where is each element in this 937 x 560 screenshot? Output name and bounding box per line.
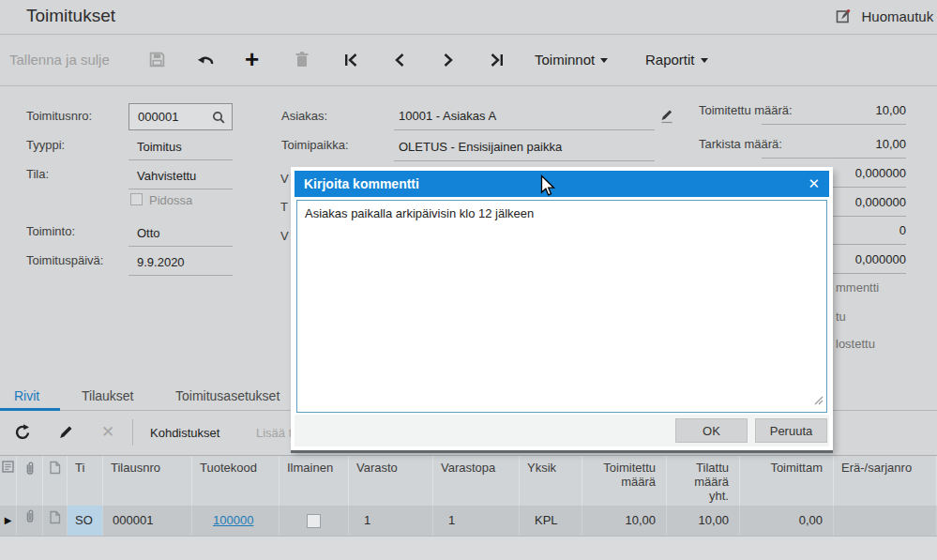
cell-toimitettu-maara[interactable]: 10,00	[582, 506, 667, 536]
cell-varastopaikka[interactable]: 1	[433, 506, 520, 536]
column-header-era-sarjanro[interactable]: Erä-/sarjanro	[834, 456, 937, 506]
undo-button[interactable]	[196, 53, 216, 71]
clipped-label-tu: tu	[836, 310, 846, 324]
cell-varasto[interactable]: 1	[349, 506, 433, 536]
add-order-button[interactable]: Lisää ti	[256, 426, 295, 440]
grid-empty-area	[0, 537, 937, 560]
main-toolbar: Tallenna ja sulje + Toiminnot Raportit	[0, 36, 937, 86]
type-value[interactable]: Toimitus	[137, 140, 182, 154]
hold-checkbox[interactable]	[130, 193, 143, 205]
row-doc-cell[interactable]	[43, 506, 68, 536]
row-selector-cell: ▶	[0, 506, 17, 536]
edit-customer-button[interactable]	[659, 108, 674, 128]
last-record-button[interactable]	[489, 53, 505, 71]
chevron-right-icon	[442, 54, 455, 70]
allocations-button[interactable]: Kohdistukset	[150, 426, 219, 440]
row-files-cell[interactable]	[17, 506, 43, 536]
column-header-varasto[interactable]: Varasto	[349, 456, 433, 506]
free-item-checkbox[interactable]	[307, 514, 321, 528]
cell-ilmainen	[280, 506, 349, 536]
shipments-screen: Toimitukset Huomautuk Tallenna ja sulje …	[0, 0, 937, 560]
shipment-date-value[interactable]: 9.9.2020	[137, 255, 185, 269]
comment-dialog-body: Asiakas paikalla arkipäivisin klo 12 jäl…	[295, 197, 829, 415]
dialog-close-button[interactable]: ✕	[808, 171, 820, 197]
add-button[interactable]: +	[245, 45, 259, 74]
notes-column-header[interactable]	[0, 456, 17, 506]
status-value[interactable]: Vahvistettu	[137, 169, 196, 183]
location-label: Toimipaikka:	[281, 138, 349, 152]
close-icon: ✕	[101, 423, 114, 441]
table-row[interactable]: ▶ SO 000001 100000 1 1 KPL 10,00 10,00 0…	[0, 506, 937, 537]
tab-tilaukset[interactable]: Tilaukset	[82, 388, 134, 403]
document-icon	[49, 506, 61, 536]
customer-label: Asiakas:	[281, 109, 327, 123]
save-icon	[148, 55, 166, 71]
operation-value[interactable]: Otto	[137, 226, 160, 240]
first-record-button[interactable]	[343, 53, 359, 71]
cell-toimittamatta[interactable]: 0,00	[740, 506, 834, 536]
files-column-header[interactable]	[17, 456, 43, 506]
location-value[interactable]: OLETUS - Ensisijainen paikka	[399, 140, 562, 154]
comment-dialog: Kirjoita kommentti ✕ Asiakas paikalla ar…	[291, 167, 833, 450]
chevron-left-icon	[393, 54, 406, 70]
toolbar-divider	[132, 419, 133, 446]
paperclip-icon	[24, 461, 36, 506]
chevron-down-icon	[701, 58, 708, 63]
first-record-icon	[343, 54, 359, 70]
cancel-button[interactable]: Peruuta	[755, 418, 827, 443]
column-header-ti[interactable]: Ti	[68, 456, 103, 506]
comment-textarea[interactable]: Asiakas paikalla arkipäivisin klo 12 jäl…	[296, 200, 827, 413]
cell-ti[interactable]: SO	[68, 506, 103, 536]
next-record-button[interactable]	[442, 53, 455, 71]
column-header-tilausnro[interactable]: Tilausnro	[103, 456, 192, 506]
notes-button[interactable]: Huomautuk	[836, 8, 933, 28]
column-header-varastopaikka[interactable]: Varastopa	[433, 456, 520, 506]
save-and-close-button[interactable]: Tallenna ja sulje	[9, 52, 110, 68]
column-header-yksikko[interactable]: Yksik	[520, 456, 582, 506]
cell-yksikko[interactable]: KPL	[520, 506, 582, 536]
pencil-icon	[58, 427, 74, 443]
control-qty-value[interactable]: 10,00	[760, 137, 906, 151]
clipped-label-v: V	[280, 229, 289, 243]
column-header-ilmainen[interactable]: Ilmainen	[280, 456, 349, 506]
delete-row-button[interactable]: ✕	[101, 422, 114, 442]
cell-tilausnro[interactable]: 000001	[103, 506, 192, 536]
column-header-tilattu-maara[interactable]: Tilattu määrä yht.	[667, 456, 740, 506]
chevron-down-icon	[600, 58, 608, 63]
column-header-tuotekoodi[interactable]: Tuotekood	[192, 456, 280, 506]
save-button[interactable]	[148, 51, 166, 72]
row-pointer-icon: ▶	[5, 506, 12, 536]
clipped-label-varasto: V	[280, 172, 289, 186]
actions-menu[interactable]: Toiminnot	[535, 52, 608, 68]
shipped-qty-value: 10,00	[760, 103, 906, 117]
reports-menu[interactable]: Raportit	[645, 52, 708, 68]
cell-era-sarjanro[interactable]	[834, 506, 937, 536]
column-header-toimittamatta[interactable]: Toimittam	[740, 456, 834, 506]
column-header-toimitettu-maara[interactable]: Toimitettu määrä	[582, 456, 667, 506]
clipped-label-tulostettu: lostettu	[836, 337, 875, 351]
notes-label: Huomautuk	[861, 8, 933, 24]
operation-label: Toiminto:	[26, 224, 75, 238]
cell-tilattu-maara[interactable]: 10,00	[667, 506, 740, 536]
refresh-button[interactable]	[13, 423, 32, 446]
item-link[interactable]: 100000	[213, 513, 253, 527]
doc-column-header[interactable]	[43, 456, 68, 506]
page-title: Toimitukset	[26, 6, 115, 26]
shipment-nbr-input[interactable]: 000001	[128, 103, 233, 130]
tab-toimitusasetukset[interactable]: Toimitusasetukset	[175, 388, 280, 403]
note-edit-icon	[836, 11, 852, 27]
resize-handle[interactable]	[814, 392, 824, 409]
search-icon[interactable]	[212, 111, 226, 129]
trash-icon	[295, 55, 310, 71]
delete-button[interactable]	[295, 51, 310, 72]
ok-button[interactable]: OK	[675, 418, 748, 443]
clipped-label-t: T	[280, 200, 288, 214]
customer-value[interactable]: 10001 - Asiakas A	[399, 109, 496, 123]
tab-rivit[interactable]: Rivit	[14, 388, 39, 403]
edit-row-button[interactable]	[58, 424, 74, 444]
comment-dialog-titlebar[interactable]: Kirjoita kommentti ✕	[295, 171, 829, 197]
previous-record-button[interactable]	[393, 53, 406, 71]
mouse-cursor	[540, 174, 556, 202]
lines-grid: Ti Tilausnro Tuotekood Ilmainen Varasto …	[0, 455, 937, 537]
note-icon	[2, 461, 14, 506]
